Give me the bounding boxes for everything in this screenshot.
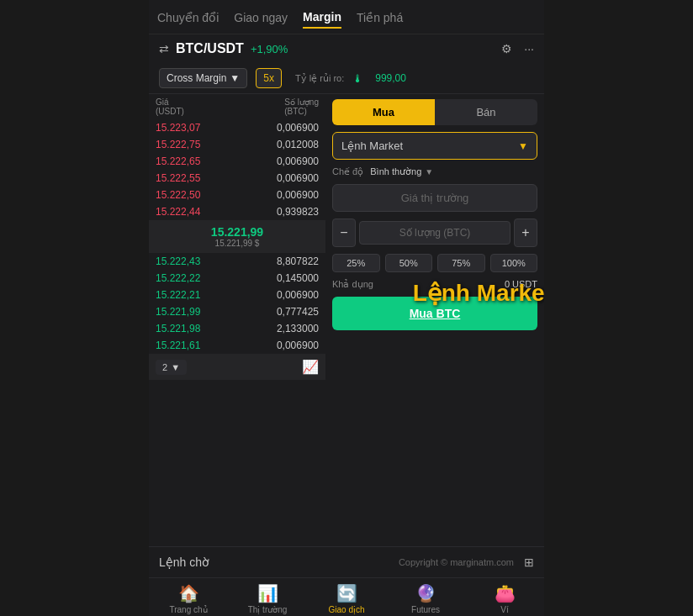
pct-75-button[interactable]: 75% (437, 254, 485, 272)
bnav-giao-dich[interactable]: 🔄 Giao dịch (307, 583, 386, 614)
order-queue-icon[interactable]: ⊞ (524, 555, 534, 569)
mid-price-sub: 15.221,99 $ (156, 239, 319, 248)
ticker-name[interactable]: BTC/USDT (176, 41, 244, 56)
bnav-vi[interactable]: 👛 Ví (465, 583, 544, 614)
nav-tien-pha[interactable]: Tiền phá (357, 11, 403, 28)
nav-margin[interactable]: Margin (303, 10, 341, 29)
percent-row: 25% 50% 75% 100% (332, 254, 537, 272)
nav-chuyen-doi[interactable]: Chuyển đổi (157, 11, 219, 28)
table-row: 15.222,22 0,145000 (149, 270, 325, 287)
table-row: 15.222,44 0,939823 (149, 203, 325, 220)
table-row: 15.221,98 2,133000 (149, 320, 325, 337)
table-row: 15.222,43 8,807822 (149, 253, 325, 270)
table-row: 15.222,65 0,006900 (149, 153, 325, 170)
bnav-trang-chu[interactable]: 🏠 Trang chủ (149, 583, 228, 614)
buy-sell-tabs: Mua Bán (332, 99, 537, 125)
order-type-label: Lệnh Market (341, 140, 403, 152)
top-nav: Chuyển đổi Giao ngay Margin Tiền phá (149, 0, 544, 34)
buy-orders: 15.222,43 8,807822 15.222,22 0,145000 15… (149, 253, 325, 354)
page-arrow: ▼ (171, 362, 180, 372)
nav-giao-ngay[interactable]: Giao ngay (234, 11, 288, 28)
risk-label: Tỷ lệ rủi ro: (295, 73, 344, 84)
ticker-actions: ⚙ ··· (501, 42, 534, 55)
risk-value: 999,00 (375, 72, 406, 84)
bnav-label-thi-truong: Thị trường (248, 605, 288, 614)
mode-arrow: ▼ (425, 167, 433, 176)
table-row: 15.221,61 0,006900 (149, 337, 325, 354)
qty-row: − Số lượng (BTC) + (332, 218, 537, 247)
swap-icon: ⇄ (159, 42, 169, 55)
tab-buy[interactable]: Mua (332, 99, 435, 125)
page-number: 2 (162, 362, 167, 372)
bnav-label-trang-chu: Trang chủ (169, 605, 207, 614)
trade-panel: Mua Bán Lệnh Market ▼ Chế độ Bình thường… (325, 94, 544, 546)
buy-button[interactable]: Mua BTC (332, 297, 537, 330)
pct-100-button[interactable]: 100% (490, 254, 538, 272)
order-queue: Lệnh chờ Copyright © marginatm.com ⊞ (149, 546, 544, 577)
mode-label: Chế độ (332, 166, 363, 177)
cross-margin-arrow: ▼ (230, 72, 240, 84)
mid-price: 15.221,99 15.221,99 $ (149, 220, 325, 253)
price-input: Giá thị trường (332, 184, 537, 212)
bnav-label-vi: Ví (500, 605, 508, 614)
bnav-thi-truong[interactable]: 📊 Thị trường (228, 583, 307, 614)
table-row: 15.222,55 0,006900 (149, 170, 325, 187)
qty-minus-button[interactable]: − (332, 218, 356, 247)
futures-icon: 🔮 (415, 583, 436, 603)
order-type-select[interactable]: Lệnh Market ▼ (332, 132, 537, 160)
available-row: Khả dụng 0 USDT (332, 279, 537, 290)
bnav-futures[interactable]: 🔮 Futures (386, 583, 465, 614)
leverage-button[interactable]: 5x (256, 68, 282, 88)
mode-select[interactable]: Bình thường ▼ (370, 166, 433, 177)
sell-orders: 15.223,07 0,006900 15.222,75 0,012008 15… (149, 119, 325, 220)
qty-plus-button[interactable]: + (514, 218, 537, 247)
mid-price-main: 15.221,99 (156, 225, 319, 239)
market-icon: 📊 (257, 583, 278, 603)
cross-margin-button[interactable]: Cross Margin ▼ (159, 68, 247, 88)
more-icon[interactable]: ··· (524, 42, 534, 55)
ob-header-price: Giá(USDT) (156, 97, 184, 116)
chart-icon[interactable]: 📈 (302, 359, 319, 375)
copyright-text: Copyright © marginatm.com (399, 557, 514, 567)
table-row: 15.222,50 0,006900 (149, 187, 325, 203)
table-row: 15.223,07 0,006900 (149, 119, 325, 136)
controls-row: Cross Margin ▼ 5x Tỷ lệ rủi ro: 🌡 999,00 (149, 63, 544, 93)
tab-sell[interactable]: Bán (435, 99, 537, 125)
trade-icon: 🔄 (336, 583, 357, 603)
pct-50-button[interactable]: 50% (385, 254, 433, 272)
table-row: 15.222,21 0,006900 (149, 287, 325, 303)
main-content: Giá(USDT) Số lượng(BTC) 15.223,07 0,0069… (149, 94, 544, 546)
home-icon: 🏠 (178, 583, 199, 603)
cross-margin-label: Cross Margin (167, 72, 226, 84)
mode-value-text: Bình thường (370, 166, 421, 177)
ob-header: Giá(USDT) Số lượng(BTC) (149, 94, 325, 119)
order-book: Giá(USDT) Số lượng(BTC) 15.223,07 0,0069… (149, 94, 325, 546)
ticker-change: +1,90% (251, 43, 288, 55)
bottom-nav: 🏠 Trang chủ 📊 Thị trường 🔄 Giao dịch 🔮 F… (149, 577, 544, 616)
order-type-arrow: ▼ (518, 140, 528, 152)
mode-row: Chế độ Bình thường ▼ (332, 166, 537, 177)
bnav-label-futures: Futures (411, 605, 440, 614)
settings-icon[interactable]: ⚙ (501, 42, 512, 55)
avail-value: 0 USDT (505, 279, 537, 290)
order-queue-label: Lệnh chờ (159, 555, 209, 569)
table-row: 15.222,75 0,012008 (149, 136, 325, 153)
ob-header-qty: Số lượng(BTC) (284, 97, 319, 116)
table-row: 15.221,99 0,777425 (149, 303, 325, 320)
avail-label: Khả dụng (332, 279, 373, 290)
page-selector[interactable]: 2 ▼ (156, 360, 187, 375)
bnav-label-giao-dich: Giao dịch (328, 605, 364, 614)
qty-input[interactable]: Số lượng (BTC) (359, 221, 510, 245)
pct-25-button[interactable]: 25% (332, 254, 380, 272)
ticker-row: ⇄ BTC/USDT +1,90% ⚙ ··· (149, 34, 544, 63)
wallet-icon: 👛 (495, 583, 516, 603)
ob-footer: 2 ▼ 📈 (149, 354, 325, 380)
